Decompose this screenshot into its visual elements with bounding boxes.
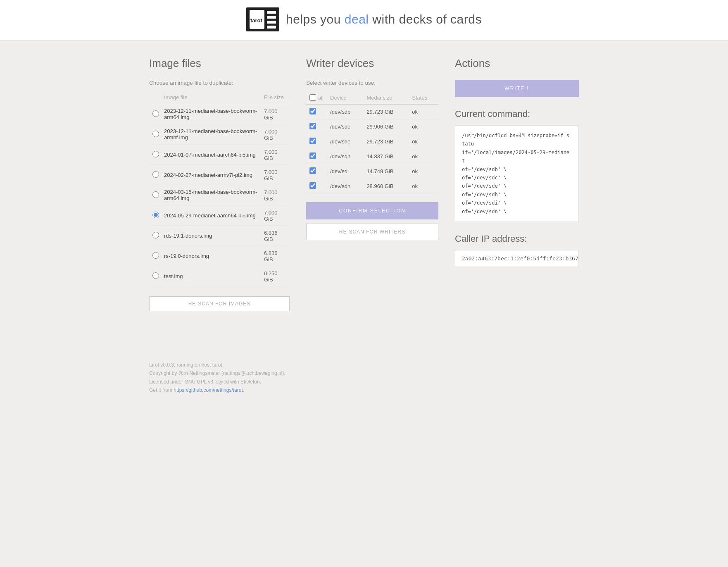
col-file-size: File size	[261, 93, 290, 104]
deal-word: deal	[345, 12, 369, 26]
device-status: ok	[409, 134, 438, 149]
image-radio-input[interactable]	[152, 110, 159, 117]
image-radio-input[interactable]	[152, 191, 159, 198]
col-device-header: Device	[327, 93, 363, 105]
actions-title: Actions	[455, 57, 579, 70]
image-filename: test.img	[161, 266, 261, 286]
device-checkbox[interactable]	[309, 167, 316, 174]
device-name: /dev/sdh	[327, 149, 363, 164]
current-command-box: /usr/bin/dcfldd bs=4M sizeprobe=if statu…	[455, 125, 579, 222]
svg-rect-3	[267, 16, 276, 19]
device-name: /dev/sdb	[327, 105, 363, 119]
image-radio-input[interactable]	[152, 252, 159, 259]
github-link[interactable]: https://github.com/nettings/tarot	[174, 387, 243, 393]
image-file-size: 7.000GiB	[261, 205, 290, 226]
image-radio-cell	[149, 124, 161, 145]
header-tagline: helps you deal with decks of cards	[286, 12, 482, 26]
command-line: of='/dev/sdb' \	[462, 165, 572, 174]
footer-line3: Licensed under GNU GPL v3. styled with S…	[149, 378, 579, 386]
footer-line4-pre: Get it from	[149, 387, 174, 393]
image-filename: 2023-12-11-medianet-base-bookworm-arm64.…	[161, 104, 261, 124]
all-label[interactable]: all	[318, 95, 324, 101]
logo-icon: tarot	[246, 7, 279, 31]
writer-devices-panel: Writer devices Select writer devices to …	[306, 57, 438, 240]
writer-device-row: /dev/sdh14.837 GiBok	[306, 149, 438, 164]
image-file-size: 7.000GiB	[261, 185, 290, 205]
image-radio-input[interactable]	[152, 212, 159, 218]
image-file-size: 7.000GiB	[261, 165, 290, 185]
image-filename: 2024-02-27-medianet-armv7l-pi2.img	[161, 165, 261, 185]
image-radio-input[interactable]	[152, 151, 159, 157]
device-checkbox[interactable]	[309, 152, 316, 159]
image-radio-input[interactable]	[152, 232, 159, 238]
command-line: if='/local/images/2024-05-29-medianet-	[462, 148, 572, 165]
device-name: /dev/sdi	[327, 164, 363, 179]
current-command-title: Current command:	[455, 109, 579, 119]
image-file-row: 2024-03-15-medianet-base-bookworm-arm64.…	[149, 185, 290, 205]
confirm-selection-button[interactable]: CONFIRM SELECTION	[306, 202, 438, 219]
rescan-writers-button[interactable]: RE-SCAN FOR WRITERS	[306, 224, 438, 240]
image-radio-input[interactable]	[152, 171, 159, 178]
write-button[interactable]: WRITE !	[455, 80, 579, 97]
caller-ip-title: Caller IP address:	[455, 233, 579, 244]
image-radio-cell	[149, 246, 161, 266]
image-files-subtitle: Choose an image file to duplicate:	[149, 80, 290, 86]
writer-device-row: /dev/sdn28.960 GiBok	[306, 179, 438, 194]
image-radio-cell	[149, 266, 161, 286]
image-files-table: Image file File size 2023-12-11-medianet…	[149, 93, 290, 286]
command-line: /usr/bin/dcfldd bs=4M sizeprobe=if statu	[462, 131, 572, 148]
image-filename: rs-19.0-donors.img	[161, 246, 261, 266]
app-logo: tarot	[246, 7, 279, 31]
col-status-header: Status	[409, 93, 438, 105]
device-status: ok	[409, 119, 438, 134]
command-line: of='/dev/sdh' \	[462, 191, 572, 199]
image-file-size: 7.000GiB	[261, 124, 290, 145]
device-checkbox-cell	[306, 149, 327, 164]
footer-line4-post: .	[243, 387, 244, 393]
image-radio-cell	[149, 185, 161, 205]
footer-line2: Copyright by Jörn Nettingsmeier (netting…	[149, 369, 579, 377]
writer-devices-title: Writer devices	[306, 57, 438, 70]
image-radio-cell	[149, 145, 161, 165]
image-file-row: 2024-01-07-medianet-aarch64-pi5.img7.000…	[149, 145, 290, 165]
device-checkbox[interactable]	[309, 108, 316, 114]
image-file-size: 6.836GiB	[261, 246, 290, 266]
image-radio-input[interactable]	[152, 272, 159, 279]
device-checkbox-cell	[306, 134, 327, 149]
rescan-images-button[interactable]: RE-SCAN FOR IMAGES	[149, 296, 290, 311]
image-filename: rds-19.1-donors.img	[161, 226, 261, 246]
svg-text:tarot: tarot	[250, 17, 263, 24]
col-all-header: all	[306, 93, 327, 105]
image-filename: 2023-12-11-medianet-base-bookworm-armhf.…	[161, 124, 261, 145]
writer-devices-table: all Device Media size Status /dev/sdb29.…	[306, 93, 438, 194]
device-checkbox-cell	[306, 179, 327, 194]
image-filename: 2024-03-15-medianet-base-bookworm-arm64.…	[161, 185, 261, 205]
svg-rect-2	[267, 11, 276, 14]
device-name: /dev/sdc	[327, 119, 363, 134]
writer-device-row: /dev/sdb29.723 GiBok	[306, 105, 438, 119]
actions-panel: Actions WRITE ! Current command: /usr/bi…	[455, 57, 579, 267]
select-all-checkbox[interactable]	[309, 94, 316, 101]
command-line: of='/dev/sde' \	[462, 182, 572, 190]
image-radio-cell	[149, 165, 161, 185]
image-radio-input[interactable]	[152, 131, 159, 137]
device-checkbox[interactable]	[309, 138, 316, 144]
image-radio-cell	[149, 226, 161, 246]
device-media-size: 29.723 GiB	[363, 105, 409, 119]
image-radio-cell	[149, 205, 161, 226]
device-media-size: 29.906 GiB	[363, 119, 409, 134]
device-media-size: 28.960 GiB	[363, 179, 409, 194]
device-checkbox-cell	[306, 119, 327, 134]
command-line: of='/dev/sdi' \	[462, 199, 572, 207]
image-file-size: 6.836GiB	[261, 226, 290, 246]
main-content: Image files Choose an image file to dupl…	[137, 40, 591, 328]
app-header: tarot helps you deal with decks of cards	[0, 0, 728, 40]
footer-line1: tarot v0.0.3, running on host tarot.	[149, 361, 579, 369]
image-files-panel: Image files Choose an image file to dupl…	[149, 57, 290, 311]
device-checkbox[interactable]	[309, 182, 316, 189]
device-checkbox-cell	[306, 164, 327, 179]
device-checkbox[interactable]	[309, 123, 316, 129]
device-checkbox-cell	[306, 105, 327, 119]
image-file-row: rs-19.0-donors.img6.836GiB	[149, 246, 290, 266]
image-file-row: 2024-05-29-medianet-aarch64-pi5.img7.000…	[149, 205, 290, 226]
